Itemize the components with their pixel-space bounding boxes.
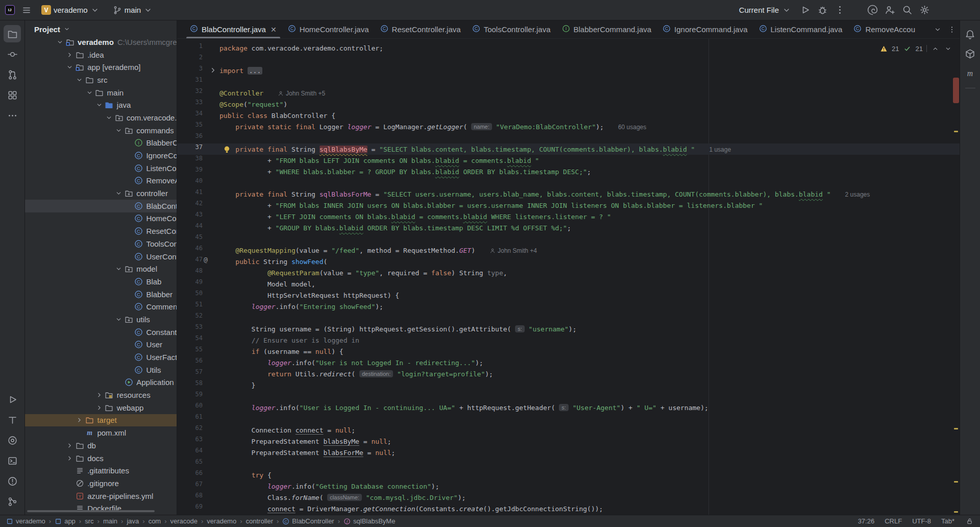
debug-button[interactable] [815,3,830,18]
tree-item[interactable]: Application [25,376,177,389]
breadcrumb-item[interactable]: verademo [207,517,236,525]
tree-item[interactable]: controller [25,187,177,200]
chevron-down-icon[interactable] [55,38,65,46]
editor-tab[interactable]: C BlabController.java ✕ [184,20,282,38]
window-restore-button[interactable] [948,6,961,15]
status-widget[interactable]: UTF-8 [912,517,931,525]
tree-item[interactable]: m pom.xml [25,426,177,439]
tree-item[interactable]: C ListenCommand [25,162,177,175]
tree-item[interactable]: app [verademo] [25,61,177,74]
intention-bulb-icon[interactable] [223,145,231,154]
tool-stripe-todo[interactable] [4,411,21,428]
mapping-gutter-icon[interactable]: @ [204,256,212,265]
tree-item[interactable]: C UserController [25,250,177,263]
tree-item[interactable]: .gitignore [25,477,177,490]
chevron-down-icon[interactable] [114,316,124,323]
tree-item[interactable]: model [25,262,177,275]
tree-item[interactable]: db [25,439,177,452]
tree-item[interactable]: verademoC:\Users\mmcgreevey\IdeaPro [25,36,177,49]
chevron-down-icon[interactable] [114,127,124,134]
tree-item[interactable]: src [25,74,177,86]
editor-tab[interactable]: C ListenCommand.java [753,20,848,38]
chevron-down-icon[interactable] [94,101,104,109]
tree-item[interactable]: target [25,414,177,427]
usages-hint[interactable]: 60 usages [618,124,646,131]
hidden-tabs-icon[interactable] [933,25,942,34]
chevron-right-icon[interactable] [65,442,75,449]
editor-tab[interactable]: C HomeController.java [282,20,375,38]
tool-stripe-more[interactable] [4,107,21,124]
chevron-right-icon[interactable] [94,404,104,412]
editor-tab[interactable]: C RemoveAccoun [848,20,915,38]
chevron-right-icon[interactable] [94,391,104,399]
tree-item[interactable]: .idea [25,49,177,61]
code-with-me-icon[interactable] [882,3,897,18]
tree-item[interactable]: C Constants [25,326,177,339]
tree-item[interactable]: C RemoveAccountCom [25,175,177,187]
next-problem-icon[interactable] [943,44,952,53]
project-panel-header[interactable]: Project [25,20,177,38]
window-minimize-button[interactable] [934,6,946,15]
editor-tab[interactable]: C ToolsController.java [467,20,556,38]
fold-arrow-icon[interactable] [209,66,217,75]
run-button[interactable] [797,3,813,18]
close-icon[interactable]: ✕ [271,26,277,34]
tree-item[interactable]: main [25,86,177,99]
settings-icon[interactable] [917,3,932,18]
chevron-down-icon[interactable] [65,63,75,71]
tool-stripe-terminal[interactable] [4,452,21,469]
breadcrumb-item[interactable]: java [127,517,139,525]
tree-horizontal-scrollbar[interactable] [27,510,155,512]
breadcrumb-item[interactable]: main [103,517,117,525]
tree-item[interactable]: java [25,99,177,111]
chevron-right-icon[interactable] [65,454,75,462]
breadcrumb-item[interactable]: controller [246,517,273,525]
editor-tab[interactable]: C ResetController.java [375,20,467,38]
tab-options-icon[interactable] [947,25,957,34]
tree-item[interactable]: resources [25,389,177,401]
chevron-down-icon[interactable] [104,114,114,122]
tree-item[interactable]: C Comment [25,300,177,313]
usages-hint[interactable]: 2 usages [845,191,870,198]
tree-item[interactable]: C ToolsController [25,237,177,250]
inspections-widget[interactable]: 21 21 [877,43,954,54]
more-actions-icon[interactable] [832,3,847,18]
status-widget[interactable]: CRLF [885,517,902,525]
tree-item[interactable]: C UserFactory [25,351,177,364]
tree-item[interactable]: .gitattributes [25,464,177,477]
code-viewport[interactable]: 1 package com.veracode.verademo.controll… [177,39,960,515]
tool-stripe-problems[interactable] [4,472,21,490]
tree-item[interactable]: utils [25,313,177,326]
tree-item[interactable]: C User [25,339,177,351]
tool-stripe-dependencies[interactable] [963,46,978,61]
tree-item[interactable]: C ResetController [25,225,177,237]
chevron-down-icon[interactable] [75,76,84,84]
tree-item[interactable]: C Blab [25,275,177,288]
project-selector[interactable]: V verademo [38,3,103,17]
breadcrumb-item[interactable]: com [149,517,161,525]
window-close-button[interactable] [963,6,975,15]
tree-item[interactable]: Y azure-pipelines.yml [25,490,177,502]
tool-stripe-structure[interactable] [4,86,21,104]
chevron-right-icon[interactable] [75,416,84,424]
tool-stripe-version-control[interactable] [4,493,21,510]
tree-item[interactable]: commands [25,124,177,137]
editor-tab[interactable]: I BlabberCommand.java [556,20,657,38]
run-configuration-selector[interactable]: Current File [735,4,795,17]
tree-item[interactable]: Dockerfile [25,502,177,515]
chevron-down-icon[interactable] [85,89,94,97]
breadcrumb-item[interactable]: src [85,517,93,525]
branch-selector[interactable]: main [110,4,156,17]
chevron-down-icon[interactable] [114,265,124,273]
breadcrumb-item[interactable]: fsqlBlabsByMe [344,517,395,525]
tool-stripe-pull-request[interactable] [4,66,21,83]
tree-item[interactable]: I BlabberCommand [25,137,177,150]
tree-item[interactable]: com.veracode.verademo [25,111,177,124]
tree-item[interactable]: C BlabController [25,200,177,212]
search-everywhere-icon[interactable] [899,3,915,18]
breadcrumb-item[interactable]: app [55,517,76,525]
warning-mark[interactable] [954,131,958,132]
editor-tab[interactable]: C IgnoreCommand.java [657,20,753,38]
main-menu-icon[interactable] [22,6,31,15]
breadcrumb-item[interactable]: CBlabController [282,517,334,525]
